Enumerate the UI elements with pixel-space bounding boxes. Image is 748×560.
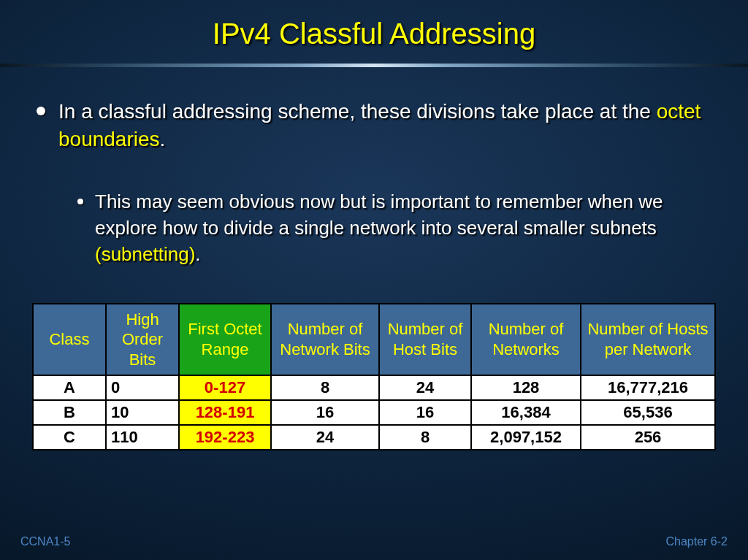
bullet-dot-icon bbox=[77, 199, 83, 204]
col-header-range: First Octet Range bbox=[179, 304, 271, 375]
cell-hob: 10 bbox=[106, 400, 179, 425]
cell-hob: 0 bbox=[106, 375, 179, 400]
text-segment: . bbox=[195, 243, 200, 265]
text-segment: In a classful addressing scheme, these d… bbox=[58, 100, 657, 123]
content-area: In a classful addressing scheme, these d… bbox=[0, 67, 748, 268]
cell-class: A bbox=[33, 375, 106, 400]
cell-hosts: 16,777,216 bbox=[581, 375, 715, 400]
col-header-hosts: Number of Hosts per Network bbox=[581, 304, 715, 375]
cell-range: 128-191 bbox=[179, 400, 271, 425]
table-row: C 110 192-223 24 8 2,097,152 256 bbox=[33, 425, 715, 450]
cell-nets: 16,384 bbox=[471, 400, 581, 425]
cell-hob: 110 bbox=[106, 425, 179, 450]
col-header-class: Class bbox=[33, 304, 106, 375]
cell-netbits: 24 bbox=[271, 425, 379, 450]
sub-bullet: This may seem obvious now but is importa… bbox=[77, 188, 711, 268]
slide-title: IPv4 Classful Addressing bbox=[0, 0, 748, 64]
col-header-netbits: Number of Network Bits bbox=[271, 304, 379, 375]
cell-range: 0-127 bbox=[179, 375, 271, 400]
table-row: B 10 128-191 16 16 16,384 65,536 bbox=[33, 400, 715, 425]
cell-nets: 128 bbox=[471, 375, 581, 400]
col-header-hostbits: Number of Host Bits bbox=[379, 304, 471, 375]
footer-right: Chapter 6-2 bbox=[666, 535, 728, 548]
sub-bullet-text: This may seem obvious now but is importa… bbox=[95, 188, 711, 268]
cell-netbits: 16 bbox=[271, 400, 379, 425]
text-segment: This may seem obvious now but is importa… bbox=[95, 191, 663, 239]
text-segment: . bbox=[160, 128, 166, 150]
cell-class: B bbox=[33, 400, 106, 425]
slide-footer: CCNA1-5 Chapter 6-2 bbox=[0, 535, 748, 548]
cell-hostbits: 24 bbox=[379, 375, 471, 400]
cell-hostbits: 16 bbox=[379, 400, 471, 425]
cell-class: C bbox=[33, 425, 106, 450]
table-header-row: Class High Order Bits First Octet Range … bbox=[33, 304, 715, 375]
table-container: Class High Order Bits First Octet Range … bbox=[0, 268, 748, 450]
cell-netbits: 8 bbox=[271, 375, 379, 400]
cell-hosts: 65,536 bbox=[581, 400, 715, 425]
col-header-nets: Number of Networks bbox=[471, 304, 581, 375]
col-header-hob: High Order Bits bbox=[106, 304, 179, 375]
main-bullet: In a classful addressing scheme, these d… bbox=[37, 98, 711, 153]
classful-table: Class High Order Bits First Octet Range … bbox=[32, 303, 716, 450]
cell-hosts: 256 bbox=[581, 425, 715, 450]
bullet-dot-icon bbox=[37, 107, 45, 115]
main-bullet-text: In a classful addressing scheme, these d… bbox=[58, 98, 711, 153]
cell-hostbits: 8 bbox=[379, 425, 471, 450]
cell-nets: 2,097,152 bbox=[471, 425, 581, 450]
footer-left: CCNA1-5 bbox=[20, 535, 70, 548]
table-row: A 0 0-127 8 24 128 16,777,216 bbox=[33, 375, 715, 400]
highlight-text: (subnetting) bbox=[95, 243, 195, 265]
cell-range: 192-223 bbox=[179, 425, 271, 450]
